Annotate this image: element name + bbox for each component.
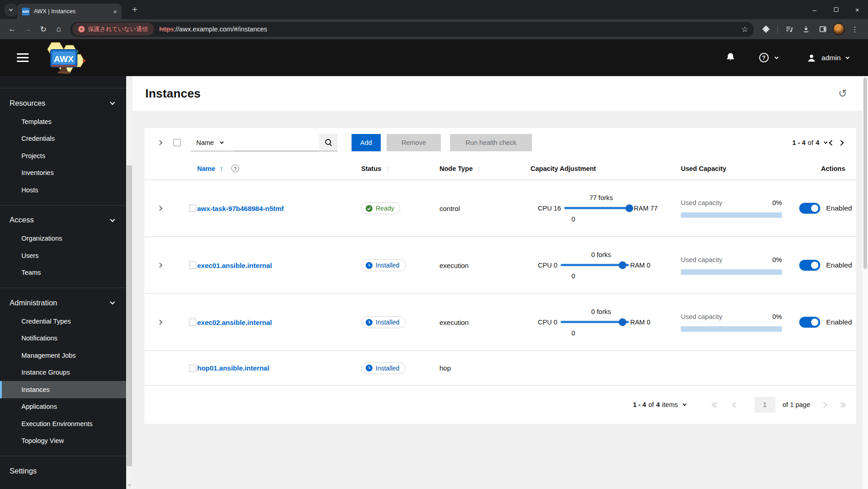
row-checkbox[interactable]	[189, 205, 196, 212]
column-header-node-type[interactable]: Node Type↕	[439, 165, 531, 172]
column-header-name[interactable]: Name ↑ ?	[197, 165, 361, 172]
sidebar-item-templates[interactable]: Templates	[0, 113, 126, 130]
sidebar-item-instances[interactable]: Instances	[0, 381, 126, 398]
awx-logo[interactable]: AWX	[41, 41, 88, 75]
last-page-button[interactable]	[841, 403, 845, 407]
sidebar-item-notifications[interactable]: Notifications	[0, 330, 126, 347]
sidebar-scrollbar[interactable]	[126, 76, 133, 489]
page-scrollbar-thumb[interactable]	[863, 77, 867, 269]
page-header: Instances ↺	[133, 76, 863, 111]
search-icon	[325, 139, 332, 146]
capacity-slider[interactable]	[564, 207, 633, 209]
sidebar-item-applications[interactable]: Applications	[0, 398, 126, 416]
capacity-slider[interactable]	[561, 264, 629, 266]
sidebar-item-execution-environments[interactable]: Execution Environments	[0, 415, 126, 432]
filter-type-dropdown[interactable]: Name	[191, 134, 235, 151]
not-secure-badge[interactable]: × 保護されていない通信	[72, 23, 154, 36]
expand-all-chevron-icon[interactable]	[157, 140, 162, 145]
browser-menu-icon[interactable]: ⋮	[848, 22, 862, 36]
column-header-status[interactable]: Status↕	[361, 165, 439, 172]
sidebar-item-users[interactable]: Users	[0, 247, 126, 264]
sidebar-scrollbar-thumb[interactable]	[127, 165, 132, 466]
enabled-toggle[interactable]	[799, 317, 820, 328]
enabled-toggle[interactable]	[799, 260, 820, 271]
history-icon[interactable]: ↺	[838, 88, 847, 99]
page-scrollbar[interactable]	[863, 76, 868, 489]
pagination-range: 1 - 4	[633, 401, 646, 408]
expand-row-chevron-icon[interactable]	[157, 263, 162, 268]
sidebar-item-instance-groups[interactable]: Instance Groups	[0, 364, 126, 381]
run-health-check-button[interactable]: Run health check	[450, 134, 532, 151]
remove-button[interactable]: Remove	[387, 134, 441, 151]
browser-tab[interactable]: AWX AWX | Instances ×	[17, 4, 122, 19]
sidebar-item-credential-types[interactable]: Credential Types	[0, 313, 126, 330]
pagination-of: of	[648, 401, 654, 408]
home-icon[interactable]: ⌂	[51, 21, 66, 37]
row-checkbox[interactable]	[189, 365, 196, 372]
slider-knob[interactable]	[625, 204, 633, 212]
enabled-toggle[interactable]	[799, 203, 820, 214]
slider-knob[interactable]	[618, 318, 626, 326]
pagination-total: 4	[816, 139, 819, 146]
nav-toggle-hamburger-icon[interactable]	[17, 53, 29, 62]
sidebar-item-settings[interactable]: Settings	[0, 461, 126, 481]
instance-name-link[interactable]: exec01.ansible.internal	[197, 262, 361, 269]
sidebar-item-organizations[interactable]: Organizations	[0, 230, 126, 247]
back-icon[interactable]: ←	[5, 21, 20, 37]
address-bar[interactable]: × 保護されていない通信 https://awx.example.com/#/i…	[70, 22, 754, 37]
sidebar-item-teams[interactable]: Teams	[0, 264, 126, 282]
page-number-input[interactable]: 1	[755, 397, 776, 412]
search-button[interactable]	[319, 134, 337, 151]
sidebar-item-topology-view[interactable]: Topology View	[0, 432, 126, 450]
sidebar-group-header-access[interactable]: Access	[0, 210, 126, 230]
sidebar-item-inventories[interactable]: Inventories	[0, 165, 126, 182]
group-label: Administration	[10, 299, 57, 307]
sidebar-item-management-jobs[interactable]: Management Jobs	[0, 347, 126, 364]
window-maximize-button[interactable]	[825, 0, 847, 19]
side-panel-icon[interactable]	[816, 22, 830, 36]
clock-circle-icon	[366, 365, 373, 371]
next-page-button[interactable]	[822, 401, 826, 408]
search-input[interactable]	[235, 134, 319, 151]
sidebar-scrollbar-down-button[interactable]	[126, 482, 133, 488]
help-icon[interactable]: ?	[231, 165, 239, 172]
window-minimize-button[interactable]: –	[804, 0, 825, 19]
add-button[interactable]: Add	[352, 134, 381, 151]
extensions-icon[interactable]	[759, 22, 773, 36]
instance-name-link[interactable]: exec02.ansible.internal	[197, 319, 361, 326]
pagination-menu-chevron-icon[interactable]	[682, 402, 686, 406]
tab-close-icon[interactable]: ×	[113, 8, 117, 15]
instance-name-link[interactable]: awx-task-97b468984-n5tmf	[197, 205, 361, 212]
row-actions: Enabled	[799, 203, 852, 214]
previous-page-button[interactable]	[827, 139, 834, 146]
tab-search-button[interactable]	[5, 4, 17, 16]
next-page-button[interactable]	[836, 139, 843, 146]
expand-row-chevron-icon[interactable]	[157, 319, 162, 324]
previous-page-button[interactable]	[733, 401, 737, 408]
forward-icon[interactable]: →	[20, 21, 36, 37]
sidebar-group-header-administration[interactable]: Administration	[0, 293, 126, 313]
new-tab-button[interactable]: +	[128, 3, 141, 16]
status-label: Installed	[376, 319, 399, 326]
notifications-bell-icon[interactable]	[725, 52, 735, 64]
browser-profile-avatar[interactable]	[833, 23, 845, 35]
select-all-checkbox[interactable]	[174, 139, 181, 146]
downloads-icon[interactable]	[799, 22, 813, 36]
media-controls-icon[interactable]	[782, 22, 796, 36]
sidebar-group-header-resources[interactable]: Resources	[0, 93, 126, 113]
row-checkbox[interactable]	[189, 319, 196, 326]
sidebar-item-hosts[interactable]: Hosts	[0, 181, 126, 199]
help-menu[interactable]: ?	[759, 53, 778, 62]
row-checkbox[interactable]	[189, 262, 196, 269]
expand-row-chevron-icon[interactable]	[157, 206, 162, 211]
bookmark-star-icon[interactable]: ☆	[741, 25, 748, 34]
instance-name-link[interactable]: hop01.ansible.internal	[197, 364, 361, 372]
sidebar-item-projects[interactable]: Projects	[0, 147, 126, 165]
first-page-button[interactable]	[714, 403, 719, 407]
capacity-slider[interactable]	[561, 321, 629, 323]
user-menu[interactable]: admin	[807, 53, 849, 62]
sidebar-item-credentials[interactable]: Credentials	[0, 130, 126, 148]
reload-icon[interactable]: ↻	[36, 21, 51, 37]
window-close-button[interactable]: ×	[847, 0, 868, 19]
slider-knob[interactable]	[618, 261, 626, 269]
